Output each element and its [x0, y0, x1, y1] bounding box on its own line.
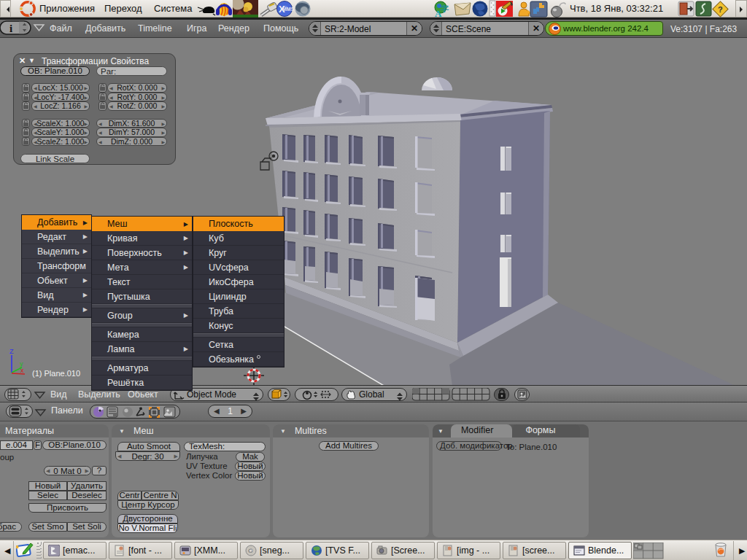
svg-text:字: 字: [441, 4, 449, 13]
svg-text:A: A: [435, 8, 442, 18]
svg-text:(1) Plane.010: (1) Plane.010: [32, 369, 80, 378]
svg-text:x: x: [20, 367, 24, 374]
svg-text:G: G: [248, 548, 252, 554]
svg-text:Z: Z: [9, 348, 14, 355]
svg-text:?: ?: [718, 5, 723, 14]
svg-text:i: i: [9, 23, 12, 34]
svg-text:MMS: MMS: [282, 7, 295, 12]
